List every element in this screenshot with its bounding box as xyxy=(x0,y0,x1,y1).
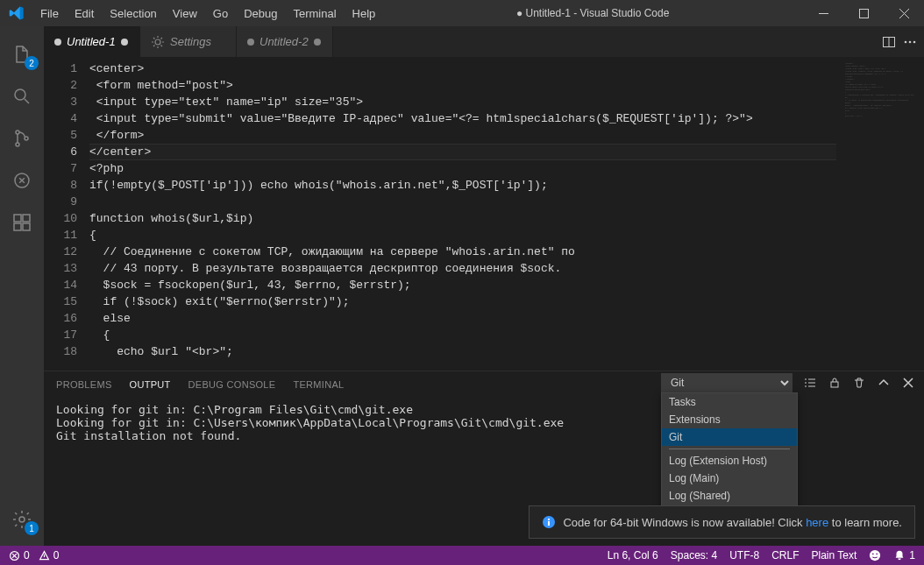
menu-view[interactable]: View xyxy=(166,4,204,24)
code-editor[interactable]: 123456789101112131415161718 <center> <fo… xyxy=(44,57,924,371)
svg-point-22 xyxy=(870,550,880,561)
panel-clear-icon[interactable] xyxy=(852,376,866,390)
svg-rect-19 xyxy=(548,521,550,526)
menu-edit[interactable]: Edit xyxy=(68,4,101,24)
svg-rect-9 xyxy=(14,223,21,230)
menu-debug[interactable]: Debug xyxy=(237,4,284,24)
status-language[interactable]: Plain Text xyxy=(812,549,857,561)
tab-label: Settings xyxy=(170,35,211,48)
dirty-indicator-icon xyxy=(54,39,61,46)
window-minimize-button[interactable] xyxy=(803,0,843,26)
activity-extensions[interactable] xyxy=(0,201,44,244)
editor-tabs: Untitled-1SettingsUntitled-2 xyxy=(44,26,924,57)
settings-badge: 1 xyxy=(25,521,39,535)
panel-lock-icon[interactable] xyxy=(828,376,842,390)
activity-settings[interactable]: 1 xyxy=(0,498,44,540)
explorer-badge: 2 xyxy=(25,56,39,70)
vscode-logo-icon xyxy=(9,5,25,21)
status-errors[interactable]: 0 xyxy=(9,549,30,561)
dd-tasks[interactable]: Tasks xyxy=(662,393,797,411)
panel-chevron-up-icon[interactable] xyxy=(877,376,891,390)
status-encoding[interactable]: UTF-8 xyxy=(729,549,759,561)
window-title: ● Untitled-1 - Visual Studio Code xyxy=(382,7,803,19)
dirty-indicator-icon xyxy=(247,39,254,46)
svg-point-5 xyxy=(25,137,28,140)
dirty-indicator-icon xyxy=(314,39,321,46)
status-warnings[interactable]: 0 xyxy=(39,549,60,561)
svg-point-16 xyxy=(913,40,916,43)
dd-log-main[interactable]: Log (Main) xyxy=(662,470,797,487)
svg-point-12 xyxy=(155,39,160,45)
panel-close-icon[interactable] xyxy=(901,376,915,390)
panel-tab-problems[interactable]: PROBLEMS xyxy=(56,379,112,390)
main-area: 2 1 Untitled-1SettingsUntitled-2 xyxy=(0,26,924,546)
activity-debug[interactable] xyxy=(0,159,44,201)
svg-point-15 xyxy=(909,40,912,43)
output-channel-select[interactable]: Git xyxy=(661,373,793,392)
gear-icon xyxy=(151,35,165,49)
svg-rect-7 xyxy=(14,215,21,222)
dd-log-shared[interactable]: Log (Shared) xyxy=(662,487,797,505)
svg-point-14 xyxy=(905,40,907,43)
menu-bar: File Edit Selection View Go Debug Termin… xyxy=(33,4,382,24)
menu-help[interactable]: Help xyxy=(345,4,383,24)
dirty-indicator-icon xyxy=(121,39,128,46)
svg-rect-17 xyxy=(831,382,838,387)
svg-point-3 xyxy=(16,131,19,134)
info-icon xyxy=(542,515,556,529)
output-channel-dropdown[interactable]: Tasks Extensions Git Log (Extension Host… xyxy=(661,392,798,523)
editor-area: Untitled-1SettingsUntitled-2 12345678910… xyxy=(44,26,924,546)
code-content[interactable]: <center> <form method="post"> <input typ… xyxy=(89,57,836,371)
panel-actions: Git Tasks Extensions Git Log (Extension … xyxy=(661,373,915,392)
editor-actions xyxy=(882,26,924,57)
svg-point-24 xyxy=(877,553,878,554)
svg-rect-1 xyxy=(859,9,868,18)
minimap[interactable]: <center> <form method="post"> <input typ… xyxy=(836,57,924,371)
activity-scm[interactable] xyxy=(0,117,44,159)
menu-selection[interactable]: Selection xyxy=(103,4,163,24)
svg-point-4 xyxy=(16,143,19,146)
svg-rect-10 xyxy=(23,223,30,230)
dd-extensions[interactable]: Extensions xyxy=(662,411,797,428)
panel-tab-debug-console[interactable]: DEBUG CONSOLE xyxy=(188,379,276,390)
editor-tab-1[interactable]: Settings xyxy=(140,26,237,57)
menu-file[interactable]: File xyxy=(33,4,66,24)
notification-toast: Code for 64-bit Windows is now available… xyxy=(529,505,915,539)
svg-point-2 xyxy=(15,89,25,100)
status-bar: 0 0 Ln 6, Col 6 Spaces: 4 UTF-8 CRLF Pla… xyxy=(0,546,924,565)
notification-text: Code for 64-bit Windows is now available… xyxy=(563,516,902,529)
menu-terminal[interactable]: Terminal xyxy=(286,4,343,24)
panel-tab-output[interactable]: OUTPUT xyxy=(130,379,171,390)
panel-task-list-icon[interactable] xyxy=(803,376,817,390)
dd-log-ext-host[interactable]: Log (Extension Host) xyxy=(662,452,797,470)
window-maximize-button[interactable] xyxy=(843,0,884,26)
editor-tab-0[interactable]: Untitled-1 xyxy=(44,26,140,57)
activity-search[interactable] xyxy=(0,75,44,117)
split-editor-icon[interactable] xyxy=(882,35,896,49)
status-eol[interactable]: CRLF xyxy=(771,549,799,561)
menu-go[interactable]: Go xyxy=(206,4,235,24)
activity-explorer[interactable]: 2 xyxy=(0,33,44,75)
status-indent[interactable]: Spaces: 4 xyxy=(671,549,717,561)
panel-tab-terminal[interactable]: TERMINAL xyxy=(293,379,344,390)
dd-git[interactable]: Git xyxy=(662,428,797,446)
svg-rect-20 xyxy=(548,519,550,520)
window-controls xyxy=(803,0,924,26)
title-bar: File Edit Selection View Go Debug Termin… xyxy=(0,0,924,26)
notification-link[interactable]: here xyxy=(806,516,828,529)
more-actions-icon[interactable] xyxy=(903,35,917,49)
svg-rect-0 xyxy=(819,13,828,14)
activity-bar: 2 1 xyxy=(0,26,44,546)
status-ln-col[interactable]: Ln 6, Col 6 xyxy=(608,549,658,561)
line-number-gutter: 123456789101112131415161718 xyxy=(44,57,89,371)
window-close-button[interactable] xyxy=(884,0,924,26)
status-notifications[interactable]: 1 xyxy=(893,549,915,561)
tab-label: Untitled-2 xyxy=(259,35,309,48)
editor-tab-2[interactable]: Untitled-2 xyxy=(237,26,333,57)
svg-point-11 xyxy=(19,517,25,522)
tab-label: Untitled-1 xyxy=(67,35,116,48)
status-feedback[interactable] xyxy=(869,549,881,561)
svg-rect-8 xyxy=(23,215,30,222)
svg-point-23 xyxy=(872,553,874,554)
